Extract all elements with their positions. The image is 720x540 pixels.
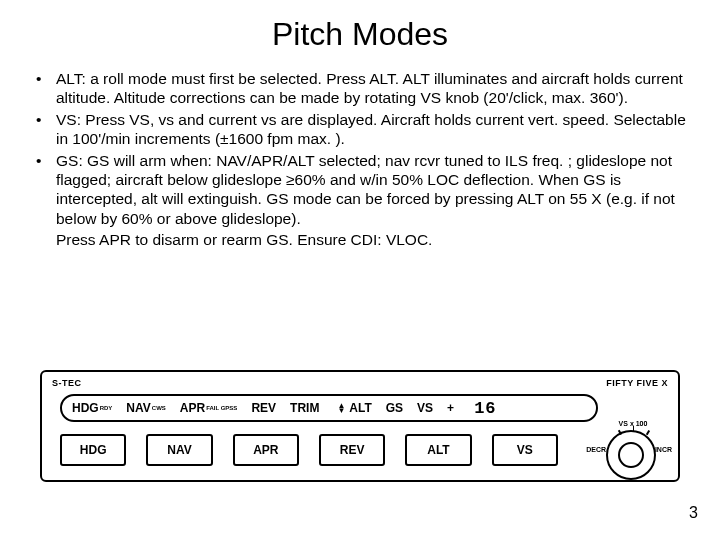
nav-button[interactable]: NAV xyxy=(146,434,212,466)
lcd-apr-sub: FAIL GPSS xyxy=(206,405,237,411)
lcd-rev: REV xyxy=(251,401,276,415)
trim-arrows-icon: ▲▼ xyxy=(337,403,345,413)
brand-left: S-TEC xyxy=(52,378,82,388)
bullet-item: VS: Press VS, vs and current vs are disp… xyxy=(28,110,692,149)
lcd-alt: ALT xyxy=(349,401,371,415)
lcd-gs: GS xyxy=(386,401,403,415)
alt-button[interactable]: ALT xyxy=(405,434,471,466)
page-number: 3 xyxy=(689,504,698,522)
bullet-item: GS: GS will arm when: NAV/APR/ALT select… xyxy=(28,151,692,229)
lcd-hdg: HDG xyxy=(72,401,99,415)
lcd-nav-sub: CWS xyxy=(152,405,166,411)
vs-button[interactable]: VS xyxy=(492,434,558,466)
lcd-trim: TRIM xyxy=(290,401,319,415)
bullet-item: ALT: a roll mode must first be selected.… xyxy=(28,69,692,108)
lcd-apr: APR xyxy=(180,401,205,415)
knob-label-incr: INCR xyxy=(655,446,672,453)
vs-knob[interactable] xyxy=(606,430,656,480)
indent-line: Press APR to disarm or rearm GS. Ensure … xyxy=(56,230,720,249)
lcd-vs-digits: 16 xyxy=(474,399,496,418)
autopilot-panel: S-TEC FIFTY FIVE X HDGRDY NAVCWS APRFAIL… xyxy=(40,370,680,482)
lcd-hdg-sub: RDY xyxy=(100,405,113,411)
lcd-display: HDGRDY NAVCWS APRFAIL GPSS REV TRIM ▲▼ A… xyxy=(60,394,598,422)
brand-right: FIFTY FIVE X xyxy=(606,378,668,388)
lcd-vs: VS xyxy=(417,401,433,415)
page-title: Pitch Modes xyxy=(0,16,720,53)
lcd-nav: NAV xyxy=(126,401,150,415)
rev-button[interactable]: REV xyxy=(319,434,385,466)
button-row: HDG NAV APR REV ALT VS xyxy=(60,434,558,466)
apr-button[interactable]: APR xyxy=(233,434,299,466)
knob-label-decr: DECR xyxy=(586,446,606,453)
lcd-vs-sign: + xyxy=(447,401,454,415)
hdg-button[interactable]: HDG xyxy=(60,434,126,466)
bullet-list: ALT: a roll mode must first be selected.… xyxy=(28,69,692,228)
